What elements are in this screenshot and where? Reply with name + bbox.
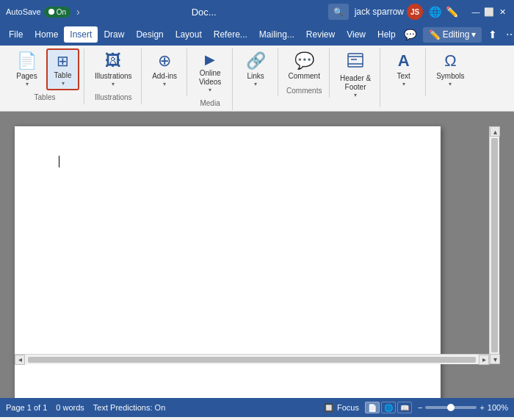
menu-view[interactable]: View (341, 26, 372, 43)
horizontal-scrollbar[interactable]: ◂ ▸ (15, 354, 489, 364)
header-footer-label: Header &Footer (340, 74, 371, 92)
menu-review[interactable]: Review (300, 26, 341, 43)
zoom-percent: 100% (488, 403, 508, 412)
menu-draw[interactable]: Draw (98, 26, 130, 43)
menu-references[interactable]: Refere... (208, 26, 253, 43)
pencil-icon: ✏️ (429, 29, 441, 40)
text-predictions: Text Predictions: On (93, 403, 165, 412)
menu-design[interactable]: Design (130, 26, 169, 43)
autosave-toggle[interactable]: On (44, 7, 70, 18)
vertical-scroll-thumb[interactable] (491, 138, 498, 352)
illustrations-icon: 🖼 (105, 51, 121, 70)
zoom-in-icon[interactable]: + (479, 403, 484, 412)
media-group-label: Media (200, 99, 220, 110)
table-button[interactable]: ⊞ Table ▾ (46, 48, 79, 90)
pages-arrow: ▾ (26, 81, 29, 87)
pages-button[interactable]: 📄 Pages ▾ (10, 48, 43, 90)
table-label: Table (54, 71, 72, 80)
links-icon: 🔗 (246, 51, 266, 70)
titlebar-icons: 🌐 ✏️ (429, 6, 458, 18)
menu-layout[interactable]: Layout (170, 26, 208, 43)
globe-icon[interactable]: 🌐 (429, 6, 441, 18)
symbols-group-items: Ω Symbols ▾ (432, 48, 468, 90)
symbols-button[interactable]: Ω Symbols ▾ (432, 48, 468, 90)
menu-file[interactable]: File (3, 26, 29, 43)
illustrations-arrow: ▾ (112, 81, 115, 87)
scroll-left-arrow[interactable]: ◂ (15, 355, 25, 365)
menubar-right: 💬 ✏️ Editing ▾ ⬆ ⋯ (402, 26, 514, 43)
autosave-state: On (57, 8, 66, 16)
zoom-slider[interactable] (425, 406, 477, 409)
editing-arrow: ▾ (471, 29, 476, 40)
comment-button[interactable]: 💬 Comment (284, 48, 325, 84)
vertical-scrollbar[interactable]: ▴ ▾ (489, 126, 499, 364)
zoom-thumb[interactable] (447, 404, 455, 411)
menu-mailings[interactable]: Mailing... (253, 26, 300, 43)
search-button[interactable]: 🔍 (328, 4, 349, 20)
scroll-right-arrow[interactable]: ▸ (479, 355, 489, 365)
symbols-label: Symbols (436, 72, 464, 81)
more-options-icon[interactable]: ⋯ (504, 26, 514, 43)
close-button[interactable]: ✕ (496, 6, 508, 18)
user-avatar: JS (407, 4, 423, 20)
zoom-area: − + 100% (418, 403, 508, 412)
addins-button[interactable]: ⊕ Add-ins ▾ (148, 48, 181, 90)
links-group-items: 🔗 Links ▾ (239, 48, 272, 90)
illustrations-button[interactable]: 🖼 Illustrations ▾ (90, 48, 137, 90)
comment-icon[interactable]: 💬 (402, 26, 419, 43)
tables-group-items: 📄 Pages ▾ ⊞ Table ▾ (10, 48, 79, 90)
illustrations-label: Illustrations (95, 72, 132, 81)
addins-group-items: ⊕ Add-ins ▾ (148, 48, 181, 90)
online-videos-button[interactable]: ▶ OnlineVideos ▾ (194, 48, 227, 96)
editing-mode-button[interactable]: ✏️ Editing ▾ (423, 27, 482, 43)
menu-insert[interactable]: Insert (64, 26, 98, 43)
svg-rect-0 (348, 54, 363, 67)
media-group-items: ▶ OnlineVideos ▾ (194, 48, 227, 96)
menu-home[interactable]: Home (29, 26, 64, 43)
statusbar: Page 1 of 1 0 words Text Predictions: On… (0, 398, 514, 417)
ribbon-group-illustrations: 🖼 Illustrations ▾ Illustrations (86, 48, 142, 104)
header-footer-icon (347, 51, 364, 73)
maximize-button[interactable]: ⬜ (483, 6, 495, 18)
comments-group-items: 💬 Comment (284, 48, 325, 84)
horizontal-scroll-thumb[interactable] (28, 357, 476, 363)
share-icon[interactable]: ⬆ (486, 26, 499, 43)
web-view[interactable]: 🌐 (381, 402, 396, 413)
ribbon-group-links: 🔗 Links ▾ (234, 48, 278, 96)
read-mode-view[interactable]: 📖 (397, 402, 412, 413)
ribbon-group-symbols: Ω Symbols ▾ (427, 48, 473, 96)
ribbon: 📄 Pages ▾ ⊞ Table ▾ Tables 🖼 Illustratio… (0, 46, 514, 112)
menubar: File Home Insert Draw Design Layout Refe… (0, 23, 514, 46)
online-videos-label: OnlineVideos (199, 69, 221, 87)
titlebar: AutoSave On › Doc... 🔍 jack sparrow JS 🌐… (0, 0, 514, 23)
text-button[interactable]: A Text ▾ (387, 48, 420, 90)
text-ribbon-icon: A (398, 51, 410, 70)
scroll-up-arrow[interactable]: ▴ (490, 126, 500, 137)
links-arrow: ▾ (254, 81, 257, 87)
scroll-down-arrow[interactable]: ▾ (490, 354, 500, 364)
editing-label: Editing (443, 29, 470, 40)
ribbon-arrow[interactable]: › (76, 6, 80, 18)
pen-icon[interactable]: ✏️ (446, 6, 458, 18)
view-buttons: 📄 🌐 📖 (365, 402, 412, 413)
addins-icon: ⊕ (158, 51, 171, 70)
document-area[interactable]: ◂ ▸ ▴ ▾ (0, 112, 514, 398)
page-info: Page 1 of 1 (6, 403, 47, 412)
document-name: Doc... (86, 7, 322, 18)
document-container: ◂ ▸ ▴ ▾ (15, 126, 499, 383)
addins-arrow: ▾ (163, 81, 166, 87)
minimize-button[interactable]: — (470, 6, 482, 18)
header-footer-button[interactable]: Header &Footer ▾ (336, 48, 375, 101)
text-ribbon-label: Text (397, 72, 410, 81)
zoom-out-icon[interactable]: − (418, 403, 422, 412)
links-button[interactable]: 🔗 Links ▾ (239, 48, 272, 90)
pages-label: Pages (16, 72, 37, 81)
print-layout-view[interactable]: 📄 (365, 402, 380, 413)
text-group-items: A Text ▾ (387, 48, 420, 90)
focus-area[interactable]: 🔲 Focus (324, 403, 359, 413)
menu-help[interactable]: Help (372, 26, 402, 43)
text-ribbon-arrow: ▾ (402, 81, 405, 87)
autosave-circle (48, 9, 54, 15)
ribbon-group-media: ▶ OnlineVideos ▾ Media (189, 48, 233, 110)
text-cursor (59, 156, 59, 167)
